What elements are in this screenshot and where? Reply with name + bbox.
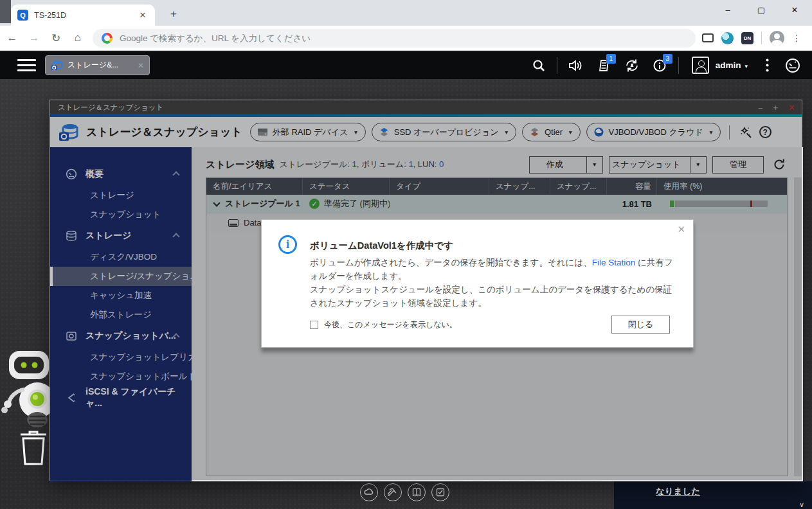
forward-icon[interactable]: →: [24, 28, 44, 48]
home-icon[interactable]: ⌂: [68, 28, 87, 48]
storage-app-icon: [51, 59, 63, 71]
dialog-close-button[interactable]: 閉じる: [611, 316, 670, 334]
info-icon: i: [278, 235, 297, 254]
new-tab-button[interactable]: +: [166, 8, 181, 21]
background-tasks-icon[interactable]: 1: [590, 51, 618, 79]
tab-close-icon[interactable]: ✕: [137, 10, 149, 21]
username-label[interactable]: admin: [716, 60, 741, 70]
file-station-link[interactable]: File Station: [592, 258, 636, 267]
toast-collapse-icon[interactable]: ∨: [799, 501, 804, 509]
user-avatar-icon[interactable]: [692, 57, 709, 74]
browser-profile-avatar[interactable]: [770, 31, 784, 46]
browser-toolbar: ← → ↻ ⌂ DN ⋮: [0, 26, 812, 51]
desktop-dock: [360, 483, 449, 501]
dn-extension-icon[interactable]: DN: [741, 32, 753, 44]
dialog-body: ボリュームが作成されたら、データの保存を開始できます。それには、File Sta…: [310, 256, 678, 310]
external-device-icon[interactable]: [618, 51, 646, 79]
more-options-icon[interactable]: [755, 51, 779, 79]
dont-show-again-checkbox[interactable]: [310, 321, 318, 329]
tutorial-book-icon[interactable]: [408, 483, 426, 501]
screen-capture-icon[interactable]: [702, 33, 714, 42]
utility-hammer-icon[interactable]: [384, 483, 402, 501]
browser-close-button[interactable]: ✕: [788, 5, 802, 15]
main-menu-icon[interactable]: [17, 59, 36, 71]
search-icon[interactable]: [525, 51, 553, 79]
dont-show-again-label: 今後、このメッセージを表示しない。: [324, 319, 457, 330]
browser-minimize-button[interactable]: –: [721, 5, 735, 15]
notifications-badge: 3: [663, 54, 672, 64]
tasks-badge: 1: [606, 54, 616, 64]
browser-menu-icon[interactable]: ⋮: [792, 37, 801, 40]
browser-tabstrip: Q TS-251D ✕ + – ▢ ✕: [0, 0, 812, 26]
qts-app-tab-label: ストレージ&...: [68, 60, 138, 71]
notifications-icon[interactable]: 3: [646, 51, 674, 79]
storage-snapshots-window: ストレージ＆スナップショット – + ✕ ストレージ＆スナップショット 外部 R…: [50, 100, 802, 481]
reload-icon[interactable]: ↻: [46, 28, 66, 48]
toast-message[interactable]: なりました: [656, 486, 700, 497]
user-menu-caret-icon[interactable]: ▾: [744, 63, 748, 69]
qts-app-tab-close-icon[interactable]: ✕: [138, 61, 144, 70]
topbar-divider: [678, 57, 679, 74]
qts-top-bar: ストレージ&... ✕ 1 3 admin: [0, 51, 812, 79]
dialog-close-icon[interactable]: ✕: [677, 224, 685, 235]
volume-icon[interactable]: [561, 51, 590, 79]
dialog-title: ボリュームDataVol1を作成中です: [310, 240, 453, 252]
screen: Q TS-251D ✕ + – ▢ ✕ ← → ↻ ⌂ DN ⋮: [0, 0, 812, 509]
dashboard-gauge-icon[interactable]: [779, 51, 807, 79]
toolbar-divider: [761, 31, 762, 44]
extension-icon[interactable]: [721, 32, 734, 44]
tab-title: TS-251D: [34, 11, 137, 20]
address-bar[interactable]: [93, 29, 696, 48]
back-icon[interactable]: ←: [3, 28, 22, 48]
browser-maximize-button[interactable]: ▢: [754, 5, 768, 15]
browser-tab[interactable]: Q TS-251D ✕: [11, 4, 155, 26]
recycle-bin-icon[interactable]: [17, 428, 50, 467]
myqnapcloud-icon[interactable]: [360, 483, 378, 501]
feedback-note-icon[interactable]: [431, 483, 449, 501]
google-g-icon: [102, 33, 113, 44]
qnap-favicon-icon: Q: [17, 10, 28, 21]
os-window-edge: [0, 0, 11, 23]
qts-app-tab[interactable]: ストレージ&... ✕: [45, 55, 150, 75]
notification-toast[interactable]: なりました ∨: [614, 481, 812, 509]
volume-creating-dialog: ✕ i ボリュームDataVol1を作成中です ボリュームが作成されたら、データ…: [261, 219, 694, 348]
topbar-divider: [557, 57, 557, 74]
address-input[interactable]: [120, 33, 687, 43]
